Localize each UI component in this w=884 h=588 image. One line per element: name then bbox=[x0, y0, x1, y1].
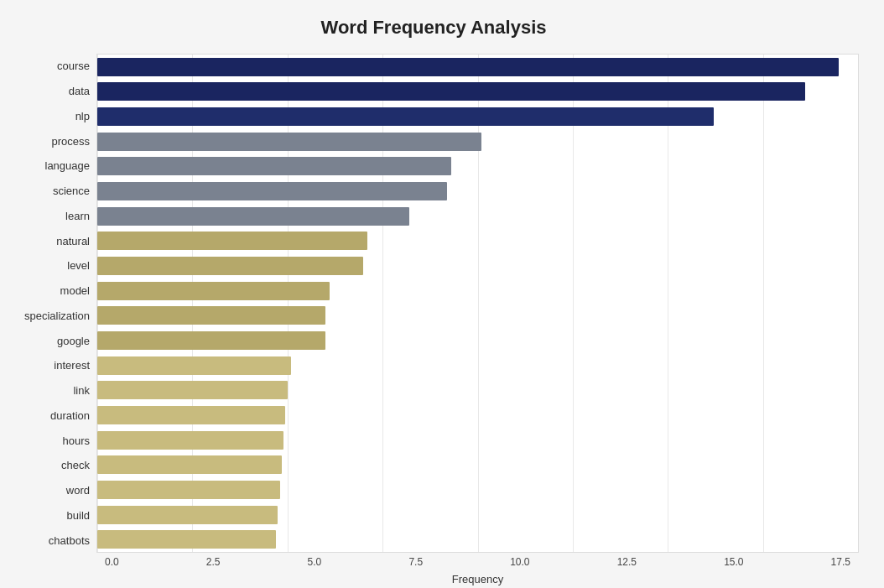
bar bbox=[97, 107, 714, 126]
bar bbox=[97, 306, 325, 325]
x-tick: 0.0 bbox=[105, 556, 119, 568]
y-label: google bbox=[57, 336, 90, 346]
bar-row bbox=[97, 104, 858, 129]
bar-row bbox=[97, 527, 858, 552]
bar-row bbox=[97, 179, 858, 204]
x-tick: 12.5 bbox=[617, 556, 637, 568]
y-label: check bbox=[61, 460, 90, 471]
bar bbox=[97, 182, 447, 200]
bar-row bbox=[97, 403, 858, 428]
y-label: hours bbox=[62, 435, 90, 446]
chart-title: Word Frequency Analysis bbox=[8, 17, 859, 39]
y-label: link bbox=[73, 385, 90, 396]
bar-row bbox=[97, 253, 858, 278]
x-axis-container: 0.02.55.07.510.012.515.017.5 Frequency bbox=[105, 556, 850, 585]
bar bbox=[97, 381, 288, 399]
bar-row bbox=[97, 55, 858, 80]
y-label: level bbox=[67, 260, 90, 271]
bar bbox=[97, 331, 325, 350]
bar bbox=[97, 133, 481, 151]
bar bbox=[97, 481, 280, 499]
y-label: data bbox=[69, 86, 90, 96]
bar-row bbox=[97, 304, 858, 329]
bar-row bbox=[97, 477, 858, 502]
bar-row bbox=[97, 378, 858, 403]
y-label: learn bbox=[65, 211, 90, 221]
y-label: chatbots bbox=[49, 535, 90, 546]
x-ticks: 0.02.55.07.510.012.515.017.5 bbox=[105, 556, 850, 568]
chart-area: coursedatanlpprocesslanguagesciencelearn… bbox=[8, 54, 859, 553]
bar-row bbox=[97, 453, 858, 478]
bar-row bbox=[97, 229, 858, 254]
bar bbox=[97, 455, 282, 474]
y-label: natural bbox=[56, 236, 90, 247]
bar bbox=[97, 530, 276, 549]
x-tick: 2.5 bbox=[206, 556, 221, 568]
bar bbox=[97, 356, 291, 375]
y-label: build bbox=[67, 510, 90, 521]
bar-row bbox=[97, 154, 858, 180]
y-label: model bbox=[60, 285, 90, 296]
bar bbox=[97, 207, 409, 226]
bar-row bbox=[97, 328, 858, 353]
y-label: interest bbox=[54, 360, 90, 371]
y-label: course bbox=[57, 60, 90, 71]
bar-row bbox=[97, 204, 858, 229]
bar bbox=[97, 157, 451, 175]
y-label: nlp bbox=[75, 111, 90, 122]
bar bbox=[97, 282, 330, 300]
bar bbox=[97, 58, 839, 76]
bar-row bbox=[97, 278, 858, 304]
bar-row bbox=[97, 428, 858, 453]
x-tick: 10.0 bbox=[510, 556, 529, 568]
y-label: language bbox=[45, 160, 91, 171]
bar-row bbox=[97, 80, 858, 105]
x-tick: 15.0 bbox=[724, 556, 743, 568]
bar bbox=[97, 232, 367, 250]
x-tick: 7.5 bbox=[408, 556, 423, 568]
chart-container: Word Frequency Analysis coursedatanlppro… bbox=[0, 0, 884, 588]
bar-row bbox=[97, 129, 858, 154]
y-label: process bbox=[51, 136, 90, 147]
y-label: specialization bbox=[24, 310, 90, 321]
x-axis-label: Frequency bbox=[105, 573, 850, 585]
x-tick: 5.0 bbox=[308, 556, 322, 568]
bar bbox=[97, 82, 805, 101]
y-label: science bbox=[53, 185, 90, 196]
x-tick: 17.5 bbox=[831, 556, 850, 568]
y-labels: coursedatanlpprocesslanguagesciencelearn… bbox=[8, 54, 96, 553]
bars-grid bbox=[96, 54, 859, 553]
bar-row bbox=[97, 502, 858, 528]
bar bbox=[97, 257, 363, 275]
bar-row bbox=[97, 353, 858, 378]
bar bbox=[97, 406, 285, 424]
y-label: duration bbox=[50, 410, 90, 421]
bar bbox=[97, 431, 283, 450]
y-label: word bbox=[66, 485, 90, 496]
bar bbox=[97, 506, 278, 524]
